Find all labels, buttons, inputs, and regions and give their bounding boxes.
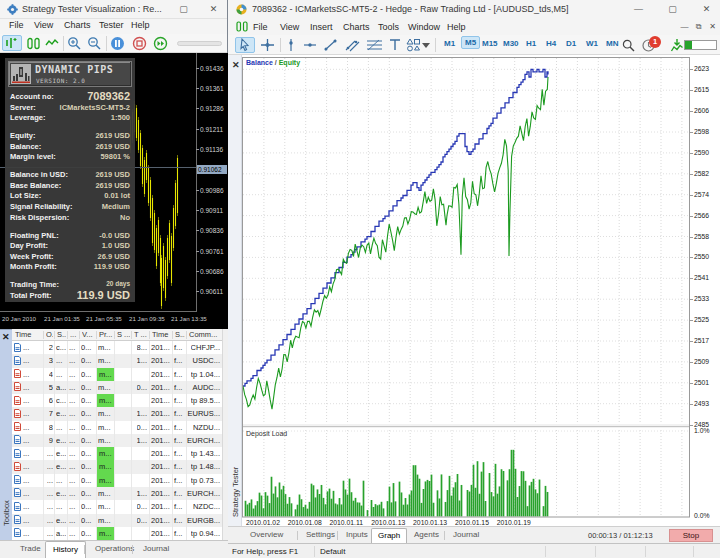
- column-header[interactable]: S ...: [117, 330, 130, 339]
- cell-id: ...: [47, 502, 53, 511]
- table-row[interactable]: ......e......0...m...201...f...tp 1.43..…: [12, 447, 222, 460]
- left-titlebar[interactable]: Strategy Tester Visualization : Re... ▢ …: [0, 0, 227, 19]
- tester-graph-panel[interactable]: Balance / Equity 26232615260625982590258…: [242, 55, 720, 526]
- left-maximize-button[interactable]: ▢: [177, 3, 190, 16]
- table-row[interactable]: ...9e......0...m...1...201...f...EURCH..…: [12, 434, 222, 447]
- bars-mode-button[interactable]: [2, 35, 22, 51]
- table-row[interactable]: ............0...m...201...f...tp 0.73...: [12, 474, 222, 487]
- trendline-tool-icon[interactable]: [323, 38, 338, 52]
- tab-history[interactable]: History: [45, 541, 86, 558]
- toolbox-close-icon[interactable]: ✕: [2, 332, 10, 342]
- candles-mode-icon[interactable]: [26, 37, 41, 50]
- menu-file[interactable]: File: [9, 20, 24, 30]
- stop-button[interactable]: Stop: [669, 529, 713, 542]
- column-header[interactable]: Time: [152, 330, 171, 339]
- right-maximize-button[interactable]: ▢: [666, 3, 679, 16]
- column-header[interactable]: ...: [70, 330, 78, 339]
- shapes-dropdown-icon[interactable]: [422, 43, 430, 48]
- table-row[interactable]: ...7e......0...m...1...201...f...EURUS..…: [12, 407, 222, 420]
- table-row[interactable]: ......e......0...m...201...f...tp 1.48..…: [12, 460, 222, 473]
- timeframe-m15[interactable]: M15: [482, 39, 498, 48]
- child-minimize-button[interactable]: —: [678, 21, 691, 32]
- timeframe-m5[interactable]: M5: [461, 36, 480, 49]
- column-header[interactable]: S...: [175, 330, 185, 339]
- menu-help[interactable]: Help: [447, 22, 466, 32]
- status-profile[interactable]: Default: [320, 547, 345, 556]
- zoom-in-icon[interactable]: [67, 36, 82, 51]
- tab-settings[interactable]: Settings: [300, 528, 341, 543]
- tab-inputs[interactable]: Inputs: [340, 528, 374, 543]
- menu-tools[interactable]: Tools: [378, 22, 399, 32]
- child-restore-button[interactable]: ⧉: [692, 21, 705, 32]
- tab-overview[interactable]: Overview: [244, 528, 289, 543]
- pause-button-icon[interactable]: [110, 36, 125, 51]
- vertical-line-tool-icon[interactable]: [285, 38, 297, 52]
- menu-charts[interactable]: Charts: [64, 20, 91, 30]
- line-mode-icon[interactable]: [45, 38, 60, 49]
- timeframe-h1[interactable]: H1: [526, 39, 536, 48]
- status-divider: [645, 546, 646, 557]
- table-row[interactable]: ...8......0...m...0...201...f...NZDU...: [12, 421, 222, 434]
- menu-view[interactable]: View: [280, 22, 299, 32]
- zoom-out-icon[interactable]: [87, 36, 102, 51]
- cursor-tool-button[interactable]: [235, 37, 255, 53]
- timeframe-m30[interactable]: M30: [503, 39, 519, 48]
- right-titlebar[interactable]: 7089362 - ICMarketsSC-MT5-2 - Hedge - Ra…: [228, 0, 720, 19]
- table-row[interactable]: ...3......0...m...1...201...f...USDC...: [12, 354, 222, 367]
- text-tool-icon[interactable]: [389, 38, 401, 52]
- column-header[interactable]: Comm...: [189, 330, 221, 339]
- buy-deal-icon: [14, 528, 21, 537]
- table-row[interactable]: ......e......0...m...1...201...f...EURCH…: [12, 487, 222, 500]
- tab-agents[interactable]: Agents: [408, 528, 445, 543]
- menu-window[interactable]: Window: [408, 22, 440, 32]
- table-row[interactable]: ............0...m...0...201...f...NZDC..…: [12, 500, 222, 513]
- search-icon[interactable]: [622, 39, 635, 52]
- left-close-button[interactable]: ✕: [207, 3, 220, 16]
- timeframe-d1[interactable]: D1: [566, 39, 576, 48]
- fast-forward-icon[interactable]: [153, 36, 168, 51]
- column-header[interactable]: V...: [82, 330, 95, 339]
- menu-insert[interactable]: Insert: [310, 22, 333, 32]
- table-row[interactable]: ...6c......0...m...201...f...tp 89.5...: [12, 394, 222, 407]
- menu-view[interactable]: View: [34, 20, 53, 30]
- tab-trade[interactable]: Trade: [13, 541, 48, 558]
- right-minimize-button[interactable]: —: [632, 3, 645, 16]
- column-header[interactable]: Time: [15, 330, 42, 339]
- tester-price-chart[interactable]: 0.914360.913610.912860.912110.911360.909…: [0, 53, 228, 329]
- algo-trading-icon[interactable]: [670, 38, 684, 53]
- timeframe-mn[interactable]: MN: [606, 39, 618, 48]
- table-row[interactable]: ......e......0...m...0...201...f...EURGB…: [12, 514, 222, 527]
- channel-tool-icon[interactable]: [345, 38, 360, 52]
- right-close-button[interactable]: ✕: [700, 3, 713, 16]
- menu-file[interactable]: File: [253, 22, 268, 32]
- table-row[interactable]: ...2c......0...m...8...201...f...CHFJP..…: [12, 341, 222, 354]
- timeframe-m1[interactable]: M1: [444, 39, 455, 48]
- child-close-button[interactable]: ✕: [706, 21, 719, 32]
- speed-slider[interactable]: [177, 41, 222, 46]
- horizontal-line-tool-icon[interactable]: [303, 40, 317, 50]
- column-header[interactable]: T ...: [134, 330, 148, 339]
- tester-close-icon[interactable]: ✕: [232, 60, 240, 70]
- stop-button-icon[interactable]: [132, 36, 147, 51]
- shapes-tool-icon[interactable]: [406, 38, 421, 52]
- tab-journal[interactable]: Journal: [136, 541, 176, 558]
- history-table[interactable]: TimeO...S......V...Pr...S ...T ...TimeS.…: [12, 329, 222, 540]
- tab-operations[interactable]: Operations: [88, 541, 141, 558]
- table-row[interactable]: ......a......0...m...201...f...tp 0.94..…: [12, 527, 222, 540]
- tab-journal[interactable]: Journal: [447, 528, 485, 543]
- cell-symbol: a...: [56, 529, 66, 538]
- menu-help[interactable]: Help: [131, 20, 150, 30]
- column-header[interactable]: S...: [57, 330, 66, 339]
- cell-price: m...: [98, 409, 113, 418]
- menu-tester[interactable]: Tester: [99, 20, 124, 30]
- timeframe-w1[interactable]: W1: [586, 39, 598, 48]
- timeframe-h4[interactable]: H4: [546, 39, 556, 48]
- column-header[interactable]: O...: [46, 330, 53, 339]
- table-row[interactable]: ...4......0...m...201...f...tp 1.04...: [12, 368, 222, 381]
- menu-charts[interactable]: Charts: [343, 22, 370, 32]
- column-header[interactable]: Pr...: [99, 330, 113, 339]
- crosshair-tool-icon[interactable]: [260, 38, 275, 52]
- tab-graph[interactable]: Graph: [371, 528, 407, 543]
- fibonacci-tool-icon[interactable]: [366, 39, 383, 51]
- table-row[interactable]: ...5a......0...m...0...201...f...AUDC...: [12, 381, 222, 394]
